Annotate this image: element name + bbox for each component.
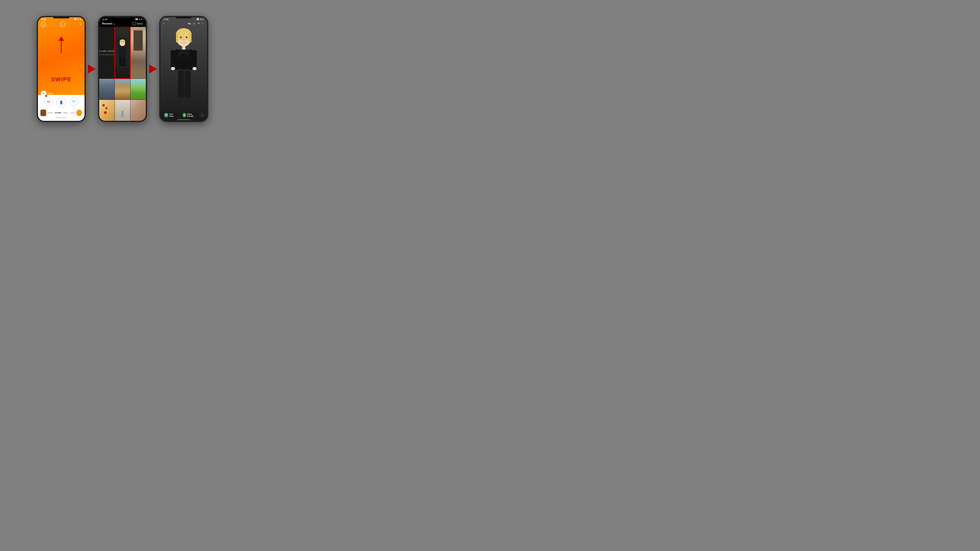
red-play-arrow-2 [149,65,157,73]
sparkle-icon[interactable]: ✦ [197,22,200,25]
logo-text: Linda SmithENTREPRENEUR [99,49,115,56]
arrow-shaft [61,41,62,53]
story-photo-large [161,17,207,121]
status-icons-3: ▋▋ ⊛ 64 [197,18,204,20]
your-story-button[interactable]: FX Your story [162,112,180,118]
status-bar-1: 17:39 ▋▋ ⊛ 64 [38,17,84,21]
photo-cell-restaurant[interactable] [130,27,146,79]
create-label: Create [48,92,53,94]
svg-point-21 [171,67,175,70]
bottom-nav: POST STORY REEL LIVE [40,110,82,116]
svg-point-2 [120,39,125,43]
more-icon[interactable]: ··· [202,22,204,25]
status-time-3: 17:39 [164,18,169,21]
status-time-1: 17:39 [41,18,46,21]
send-icon: › [202,113,203,117]
arrow-1-right [86,63,98,75]
photo-cell-field[interactable] [130,79,146,100]
svg-rect-17 [178,71,184,98]
record-button[interactable] [76,110,82,116]
home-indicator-1 [55,118,67,118]
thumbnail-preview[interactable] [40,110,46,116]
close-friends-label: Close Friends [187,113,196,117]
large-person-svg [161,17,207,121]
phone3-top-bar: ‹ Aa ☺ ✦ ··· [161,21,207,27]
text-icon[interactable]: Aa [188,22,191,25]
svg-rect-5 [123,57,126,66]
svg-point-27 [180,37,181,38]
svg-point-29 [183,40,185,41]
story-main-area: SWIPE [38,28,84,95]
status-icons-2: ▋▋ ⊛ 64 [135,18,143,20]
remove-badge: × [45,95,47,97]
status-time-2: 17:39 [102,18,107,21]
gallery-header: Recents ⌄ Select [99,21,146,27]
status-bar-2: 17:39 ▋▋ ⊛ 64 [99,17,146,21]
status-icons-1: ▋▋ ⊛ 64 [74,18,81,20]
phone2-screen: 17:39 ▋▋ ⊛ 64 Recents ⌄ Select [99,17,146,121]
photo-cell-logo[interactable]: Linda SmithENTREPRENEUR [99,27,115,79]
gif-button[interactable]: GIF [70,97,78,106]
svg-point-22 [192,67,197,70]
effects-icon[interactable]: ☺ [60,22,65,27]
svg-rect-11 [189,32,191,43]
photo-cell-alley[interactable] [115,79,130,100]
phone1-screen: 17:39 ▋▋ ⊛ 64 ⊙ ☺ ✕ [38,17,84,121]
red-play-arrow-1 [88,65,96,73]
nav-tabs: POST STORY REEL LIVE [48,112,75,114]
chevron-down-icon: ⌄ [60,96,62,100]
fx-icon: FX [164,113,168,118]
svg-rect-4 [119,57,122,66]
select-button[interactable]: Select [132,22,143,25]
photo-cell-street[interactable] [99,79,115,100]
chevron-down-icon: ⌄ [113,22,115,25]
main-scene: 17:39 ▋▋ ⊛ 64 ⊙ ☺ ✕ [0,0,245,138]
photo-cell-interior[interactable] [115,100,130,121]
tab-post[interactable]: POST [48,112,53,114]
send-button[interactable]: › [199,112,205,118]
arrow-head-up [58,37,64,41]
tab-story[interactable]: STORY [55,112,62,114]
select-label: Select [137,22,143,25]
text-button[interactable]: Aa [44,97,53,106]
phone3-screen: 17:39 ▋▋ ⊛ 64 ‹ Aa ☺ ✦ ··· [161,17,207,121]
phone-2-gallery: 17:39 ▋▋ ⊛ 64 Recents ⌄ Select [98,16,147,122]
svg-rect-10 [176,32,178,43]
top-icons: Aa ☺ ✦ ··· [188,22,204,25]
arrow-2-right [147,63,159,75]
svg-rect-20 [192,50,197,68]
sticker-icon[interactable]: ☺ [193,22,196,25]
create-button[interactable]: Aa × Create [41,91,53,96]
your-story-label: Your story [169,113,177,117]
avatar-small: Aa × [41,91,46,96]
recents-label-text: Recents [102,22,113,25]
close-icon[interactable]: ✕ [79,23,82,26]
tab-live[interactable]: LIVE [70,112,75,114]
close-friends-button[interactable]: ★ Close Friends [181,112,198,118]
photo-cell-floral[interactable] [130,100,146,121]
photo-cell-food[interactable] [99,100,115,121]
photo-cell-person[interactable] [115,27,130,79]
swipe-label: SWIPE [51,76,72,83]
select-icon [132,22,136,25]
svg-rect-19 [171,50,175,68]
phone-1-story-creator: 17:39 ▋▋ ⊛ 64 ⊙ ☺ ✕ [37,16,86,122]
recents-dropdown[interactable]: Recents ⌄ [102,22,115,25]
status-bar-3: 17:39 ▋▋ ⊛ 64 [161,17,207,21]
gallery-grid: Linda SmithENTREPRENEUR [99,27,146,121]
home-indicator-3 [178,119,190,120]
svg-rect-3 [119,46,126,57]
svg-rect-18 [185,71,191,98]
tab-reel[interactable]: REEL [63,112,68,114]
star-icon: ★ [183,113,186,118]
settings-icon[interactable]: ⊙ [41,22,46,27]
swipe-arrow [58,37,64,53]
back-icon[interactable]: ‹ [163,22,164,25]
phone-3-story-preview: 17:39 ▋▋ ⊛ 64 ‹ Aa ☺ ✦ ··· [159,16,208,122]
person-svg [115,27,130,79]
phone1-top-bar: ⊙ ☺ ✕ [38,21,84,28]
svg-point-28 [186,37,187,38]
